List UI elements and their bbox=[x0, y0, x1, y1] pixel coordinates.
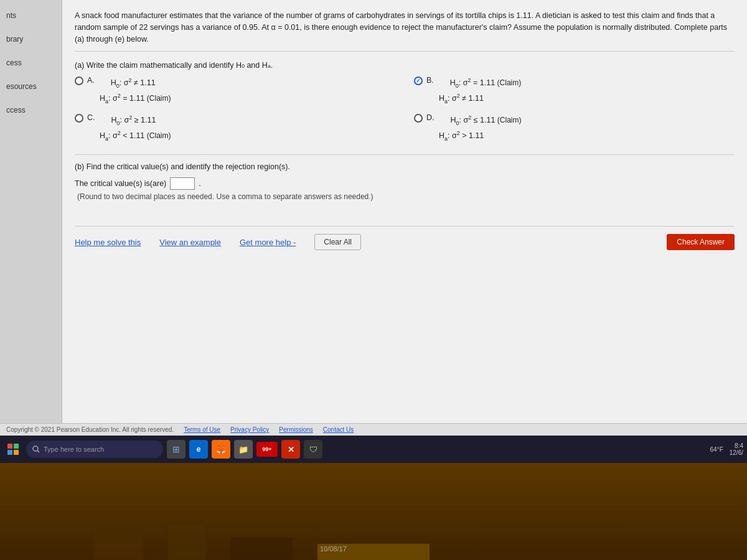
radio-c[interactable] bbox=[75, 114, 83, 123]
search-label: Type here to search bbox=[44, 446, 104, 453]
copyright-link-privacy[interactable]: Privacy Policy bbox=[230, 426, 269, 433]
taskbar-icon-1[interactable]: ⊞ bbox=[167, 440, 186, 459]
taskbar-icon-x[interactable]: ✕ bbox=[281, 440, 300, 459]
windows-icon bbox=[7, 444, 19, 455]
choice-a: A. H0: σ2 ≠ 1.11 Ha: σ2 = 1.11 (Claim) bbox=[75, 76, 395, 106]
taskbar-temp: 64°F bbox=[710, 446, 723, 453]
sidebar-item-brary[interactable]: brary bbox=[0, 30, 62, 49]
choice-c-ha: Ha: σ2 < 1.11 (Claim) bbox=[100, 129, 395, 143]
copyright-text: Copyright © 2021 Pearson Education Inc. … bbox=[6, 426, 174, 433]
svg-rect-2 bbox=[7, 450, 12, 455]
search-box[interactable]: Type here to search bbox=[26, 441, 163, 458]
choices-grid: A. H0: σ2 ≠ 1.11 Ha: σ2 = 1.11 (Claim) B… bbox=[75, 76, 735, 143]
radio-d[interactable] bbox=[414, 114, 423, 123]
part-a-section: (a) Write the claim mathematically and i… bbox=[75, 60, 735, 143]
choice-d-ha: Ha: σ2 > 1.11 bbox=[439, 129, 735, 143]
part-a-label: (a) Write the claim mathematically and i… bbox=[75, 60, 735, 70]
taskbar-badge-item[interactable]: 99+ bbox=[256, 442, 278, 457]
critical-value-label: The critical value(s) is(are) bbox=[75, 179, 166, 188]
critical-value-row: The critical value(s) is(are) . bbox=[75, 177, 735, 190]
desk-contents: 10/08/17 bbox=[0, 463, 747, 560]
choice-d-h0: H0: σ2 ≤ 1.11 (Claim) bbox=[451, 113, 522, 128]
choice-a-ha: Ha: σ2 = 1.11 (Claim) bbox=[100, 91, 395, 106]
part-b-section: (b) Find the critical value(s) and ident… bbox=[75, 154, 735, 201]
choice-c-letter: C. bbox=[87, 113, 95, 122]
notification-badge: 99+ bbox=[262, 446, 271, 452]
round-note: (Round to two decimal places as needed. … bbox=[77, 192, 735, 201]
action-bar: Help me solve this View an example Get m… bbox=[75, 226, 735, 250]
svg-rect-3 bbox=[14, 450, 19, 455]
desk-item-1 bbox=[93, 531, 143, 560]
part-b-label: (b) Find the critical value(s) and ident… bbox=[75, 162, 735, 171]
get-more-help-button[interactable]: Get more help - bbox=[240, 238, 296, 247]
sidebar: nts brary cess esources ccess bbox=[0, 0, 62, 423]
choice-a-h0: H0: σ2 ≠ 1.11 bbox=[111, 76, 156, 90]
radio-a[interactable] bbox=[75, 77, 83, 85]
check-answer-button[interactable]: Check Answer bbox=[667, 234, 735, 250]
view-example-button[interactable]: View an example bbox=[159, 238, 221, 247]
desk-item-3 bbox=[230, 538, 293, 560]
choice-c-h0: H0: σ2 ≥ 1.11 bbox=[111, 113, 156, 128]
problem-text: A snack food manufacturer estimates that… bbox=[75, 10, 735, 52]
desk-area: 10/08/17 bbox=[0, 463, 747, 560]
desk-timestamp: 10/08/17 bbox=[317, 544, 430, 560]
copyright-link-contact[interactable]: Contact Us bbox=[323, 426, 354, 433]
taskbar-icon-2[interactable]: e bbox=[189, 440, 208, 459]
copyright-link-permissions[interactable]: Permissions bbox=[279, 426, 312, 433]
svg-line-5 bbox=[37, 450, 39, 452]
svg-rect-0 bbox=[7, 444, 12, 449]
sidebar-item-nts[interactable]: nts bbox=[0, 6, 62, 25]
help-me-solve-button[interactable]: Help me solve this bbox=[75, 238, 141, 247]
clear-all-button[interactable]: Clear All bbox=[314, 234, 361, 250]
svg-point-4 bbox=[33, 446, 38, 451]
taskbar-time: 8:4 bbox=[735, 442, 743, 449]
choice-b-ha: Ha: σ2 ≠ 1.11 bbox=[439, 91, 735, 106]
svg-rect-1 bbox=[14, 444, 19, 449]
critical-value-input[interactable] bbox=[170, 177, 195, 190]
choice-d-letter: D. bbox=[426, 113, 435, 122]
choice-d: D. H0: σ2 ≤ 1.11 (Claim) Ha: σ2 > 1.11 bbox=[414, 113, 735, 143]
search-icon bbox=[32, 446, 40, 453]
period: . bbox=[199, 179, 200, 188]
taskbar: Type here to search ⊞ e 🦊 📁 99+ ✕ 🛡 64°F… bbox=[0, 436, 747, 463]
taskbar-icon-3[interactable]: 🦊 bbox=[212, 440, 230, 459]
app-window: nts brary cess esources ccess A snack fo… bbox=[0, 0, 747, 423]
desk-time-label: 10/08/17 bbox=[317, 543, 349, 555]
sidebar-item-ccess[interactable]: ccess bbox=[0, 101, 62, 119]
choice-c: C. H0: σ2 ≥ 1.11 Ha: σ2 < 1.11 (Claim) bbox=[75, 113, 395, 143]
taskbar-clock: 8:4 12/6/ bbox=[730, 442, 743, 456]
start-button[interactable] bbox=[4, 440, 22, 459]
sidebar-item-esources[interactable]: esources bbox=[0, 77, 62, 96]
taskbar-icon-files[interactable]: 📁 bbox=[234, 440, 253, 459]
taskbar-right: 64°F 8:4 12/6/ bbox=[710, 442, 743, 456]
choice-b-letter: B. bbox=[426, 76, 434, 85]
choice-b: B. H0: σ2 = 1.11 (Claim) Ha: σ2 ≠ 1.11 bbox=[414, 76, 735, 106]
taskbar-date: 12/6/ bbox=[730, 449, 743, 456]
choice-a-letter: A. bbox=[87, 76, 95, 85]
sidebar-item-cess[interactable]: cess bbox=[0, 54, 62, 72]
desk-item-2 bbox=[168, 525, 205, 560]
copyright-bar: Copyright © 2021 Pearson Education Inc. … bbox=[0, 423, 747, 436]
radio-b[interactable] bbox=[414, 77, 423, 85]
choice-b-h0: H0: σ2 = 1.11 (Claim) bbox=[450, 76, 521, 90]
copyright-link-terms[interactable]: Terms of Use bbox=[184, 426, 220, 433]
main-content: A snack food manufacturer estimates that… bbox=[62, 0, 747, 423]
taskbar-icon-shield[interactable]: 🛡 bbox=[304, 440, 322, 459]
